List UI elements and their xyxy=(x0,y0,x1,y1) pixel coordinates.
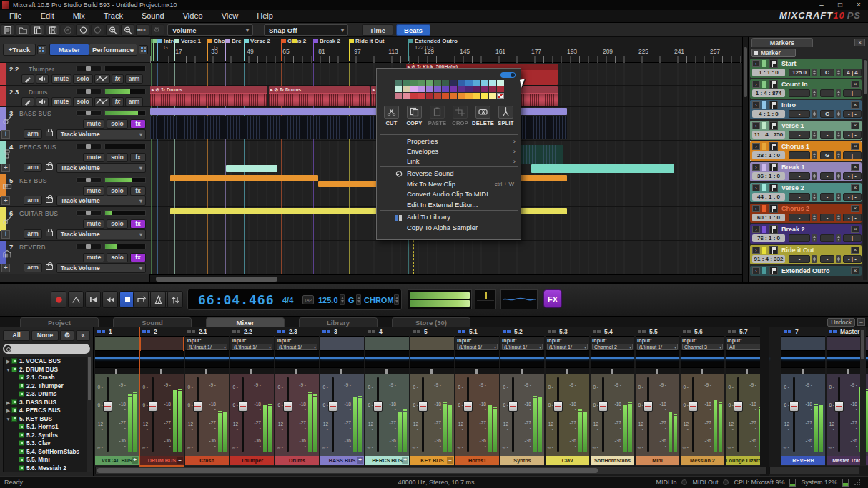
tree-arrow-icon[interactable]: ▶ xyxy=(5,407,11,415)
color-swatch[interactable] xyxy=(410,93,418,99)
undo-icon[interactable] xyxy=(76,24,89,36)
import-icon[interactable] xyxy=(31,24,44,36)
marker-signature[interactable]: - | - xyxy=(843,131,862,139)
menu-item[interactable]: Convert Audio Clip To MIDI xyxy=(377,189,521,199)
marker-tempo[interactable]: - xyxy=(789,151,810,159)
strip-automation-display[interactable] xyxy=(636,351,679,368)
color-swatch[interactable] xyxy=(403,80,410,86)
fader-handle[interactable] xyxy=(834,401,844,412)
strip-name-label[interactable]: Crash xyxy=(185,456,229,465)
mixer-strip-3[interactable]: 30 -6 -12 -∞ --9 --18 --27 --36 -BASS BU… xyxy=(320,327,364,466)
track-volume-select[interactable]: Track Volume▾ xyxy=(56,229,146,239)
lock-icon[interactable] xyxy=(46,264,53,270)
tab-project[interactable]: Project xyxy=(20,317,99,327)
marker-item[interactable]: ›Intro×4 : 1 : 0-G- | - xyxy=(750,100,862,119)
key-spinner[interactable] xyxy=(836,110,841,118)
strip-pan-slider[interactable] xyxy=(455,368,499,374)
strip-name-label[interactable]: REVERB xyxy=(781,456,825,465)
track-volume-select[interactable]: Track Volume▾ xyxy=(56,163,146,173)
tab-library[interactable]: Library xyxy=(299,317,378,327)
mixer-strip-5.5[interactable]: 5.5Input:(L)Input 1/0 -6 -12 -∞ --9 --18… xyxy=(636,327,679,466)
color-swatch[interactable] xyxy=(489,86,496,92)
midi-icon[interactable]: MIDI xyxy=(136,24,149,36)
panel-minimize-button[interactable]: – xyxy=(857,318,865,326)
color-swatch[interactable] xyxy=(481,86,488,92)
key-spinner[interactable] xyxy=(836,151,841,159)
marker-tempo[interactable]: - xyxy=(789,172,810,180)
strip-automation-display[interactable] xyxy=(500,351,544,368)
marker-expand-icon[interactable]: › xyxy=(752,184,760,191)
tree-checkbox[interactable] xyxy=(19,383,24,389)
lock-icon[interactable] xyxy=(46,197,53,203)
color-swatch[interactable] xyxy=(473,93,480,99)
fader-handle[interactable] xyxy=(689,401,698,412)
tree-item[interactable]: 5.5. Mini xyxy=(4,456,87,464)
color-swatch[interactable] xyxy=(403,93,410,99)
track-volume-select[interactable]: Track Volume▾ xyxy=(56,196,146,206)
add-subtrack-button[interactable]: + xyxy=(1,196,10,205)
volume-fader[interactable] xyxy=(377,377,379,452)
mixer-strip-4[interactable]: 40 -6 -12 -∞ --9 --18 --27 --36 -PERCS B… xyxy=(365,327,409,466)
tree-item[interactable]: 5.4. SoftHornStabs xyxy=(4,448,87,457)
marker-color-chip[interactable] xyxy=(762,143,766,150)
marker-tempo[interactable]: - xyxy=(789,255,810,263)
track-volume-select[interactable]: Track Volume▾ xyxy=(56,263,146,273)
track-fx-button[interactable]: fx xyxy=(112,97,124,106)
split-button[interactable]: SPLIT xyxy=(495,106,517,126)
color-swatch[interactable] xyxy=(489,93,496,99)
tree-item[interactable]: 5.6. Messiah 2 xyxy=(4,464,87,473)
strip-pan-slider[interactable] xyxy=(546,368,589,374)
menu-file[interactable]: File xyxy=(0,10,31,21)
color-swatch[interactable] xyxy=(418,80,425,86)
tree-arrow-icon[interactable]: ▶ xyxy=(5,357,11,366)
track-pan-slider[interactable] xyxy=(76,110,102,116)
snap-select[interactable]: Snap Off▾ xyxy=(264,24,348,36)
marker-tempo[interactable]: - xyxy=(789,214,810,221)
zoom-out-icon[interactable] xyxy=(121,24,134,36)
input-select[interactable]: (L)Input 1/ xyxy=(277,344,317,350)
marker-delete-icon[interactable]: × xyxy=(851,226,859,233)
marker-signature[interactable]: - | - xyxy=(843,193,862,201)
volume-fader[interactable] xyxy=(737,377,739,452)
tree-checkbox[interactable] xyxy=(11,399,17,405)
strip-pan-slider[interactable] xyxy=(636,368,679,374)
strip-name-label[interactable]: Drums xyxy=(275,456,319,465)
color-swatch[interactable] xyxy=(395,80,402,86)
tree-checkbox[interactable] xyxy=(11,407,17,413)
menu-item[interactable]: Copy To Alpha Sampler xyxy=(377,223,521,233)
volume-fader[interactable] xyxy=(793,377,795,452)
add-subtrack-button[interactable]: + xyxy=(1,264,10,272)
track-arm-button[interactable]: arm xyxy=(24,263,42,272)
marker-time[interactable]: 1 : 1 : 0 xyxy=(752,69,785,76)
menu-item-properties[interactable]: Properties› xyxy=(377,136,521,146)
lock-icon[interactable] xyxy=(46,164,53,170)
tempo-spinner[interactable] xyxy=(812,214,817,221)
clip[interactable] xyxy=(226,165,277,172)
collapse-sidebar-icon[interactable]: « xyxy=(76,330,90,341)
tree-checkbox[interactable] xyxy=(11,416,17,422)
tree-checkbox[interactable] xyxy=(19,440,24,446)
marker-signature[interactable]: - | - xyxy=(843,214,862,221)
tree-item[interactable]: 2.3. Drums xyxy=(4,390,87,399)
tree-item[interactable]: ▼2. DRUM BUS xyxy=(4,366,87,374)
strip-automation-display[interactable] xyxy=(185,351,229,368)
marker-key[interactable]: - xyxy=(820,255,834,263)
track-solo-button[interactable]: solo xyxy=(73,74,93,84)
mixer-strip-5.6[interactable]: 5.6Input:Channel 30 -6 -12 -∞ --9 --18 -… xyxy=(681,327,724,466)
track-pan-slider[interactable] xyxy=(76,89,102,94)
zoom-in-icon[interactable] xyxy=(106,24,119,36)
monitor-speaker-icon[interactable] xyxy=(36,97,49,106)
marker-delete-icon[interactable]: × xyxy=(851,143,859,150)
tree-checkbox[interactable] xyxy=(19,424,24,429)
strip-name-label[interactable]: SoftHornStabs xyxy=(591,456,634,465)
menu-item[interactable]: Reverse Sound xyxy=(377,169,521,179)
strip-automation-display[interactable] xyxy=(140,351,184,368)
marker-delete-icon[interactable]: × xyxy=(851,81,859,88)
tree-item[interactable]: ▶3. BASS BUS xyxy=(4,399,87,407)
marker-expand-icon[interactable]: › xyxy=(752,60,760,67)
color-swatch[interactable] xyxy=(450,93,457,99)
fader-handle[interactable] xyxy=(238,401,247,412)
markers-tab[interactable]: Markers xyxy=(751,38,813,47)
strip-collapse-button[interactable]: + xyxy=(402,457,408,464)
strip-name-label[interactable]: BASS BUS+ xyxy=(320,456,364,465)
